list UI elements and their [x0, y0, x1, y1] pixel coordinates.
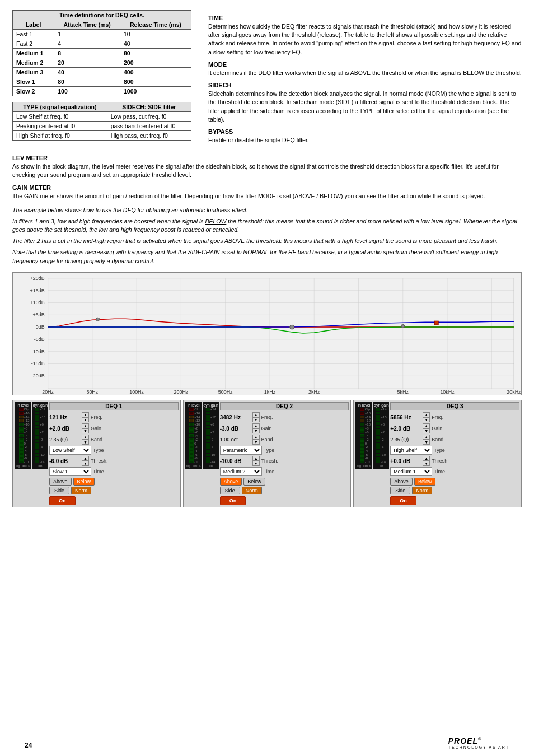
- freq-up-2[interactable]: ▲: [252, 412, 260, 417]
- thresh-spinner-1[interactable]: ▲ ▼: [82, 456, 89, 466]
- norm-btn-3[interactable]: Norm: [412, 487, 432, 494]
- on-btn-1[interactable]: On: [49, 496, 76, 505]
- freq-row-3: 5856 Hz ▲ ▼ Freq.: [390, 412, 519, 422]
- freq-value-2: 3482 Hz: [220, 414, 251, 421]
- freq-spinner-3[interactable]: ▲ ▼: [423, 412, 430, 422]
- thresh-down-2[interactable]: ▼: [252, 461, 260, 466]
- freq-down-2[interactable]: ▼: [252, 417, 260, 422]
- table-row: Fast 1110: [13, 30, 191, 39]
- below-btn-1[interactable]: Below: [73, 478, 95, 486]
- freq-down-1[interactable]: ▼: [82, 417, 89, 422]
- above-btn-1[interactable]: Above: [49, 478, 72, 486]
- svg-point-44: [96, 318, 100, 321]
- side-btn-row-1: Side Norm: [49, 487, 179, 494]
- logo: PROEL® TECHNOLOGY AS ART: [448, 736, 509, 749]
- q-spinner-2[interactable]: ▲ ▼: [252, 435, 260, 445]
- time-select-2[interactable]: Medium 2: [220, 467, 262, 476]
- above-btn-2[interactable]: Above: [220, 478, 242, 486]
- thresh-spinner-3[interactable]: ▲ ▼: [423, 456, 430, 466]
- svg-text:-10dB: -10dB: [31, 349, 45, 354]
- thresh-up-2[interactable]: ▲: [252, 456, 260, 461]
- thresh-up-1[interactable]: ▲: [82, 456, 89, 461]
- thresh-value-2: -10.0 dB: [220, 458, 251, 464]
- below-btn-2[interactable]: Below: [243, 478, 265, 486]
- freq-label-3: Freq.: [432, 414, 443, 420]
- type-label-2: Type: [264, 447, 275, 453]
- col-label: Label: [13, 20, 54, 30]
- q-down-1[interactable]: ▼: [82, 440, 89, 445]
- thresh-down-3[interactable]: ▼: [423, 461, 430, 466]
- gain-meter-body: The GAIN meter shows the amount of gain …: [12, 192, 522, 200]
- left-column: Time definitions for DEQ cells. Label At…: [12, 10, 197, 148]
- time-select-1[interactable]: Slow 1: [49, 467, 91, 476]
- gain-spinner-2[interactable]: ▲ ▼: [252, 423, 260, 433]
- gain-value-3: +2.0 dB: [390, 426, 421, 432]
- example-line-3: The filter 2 has a cut in the mid-high r…: [12, 237, 522, 246]
- below-btn-3[interactable]: Below: [414, 478, 436, 486]
- vu-meter-3: in level Clp +16 +14 +12 +10 +8 +6 +4 +2…: [355, 402, 372, 469]
- type-select-1[interactable]: Low Shelf: [49, 446, 91, 455]
- thresh-down-1[interactable]: ▼: [82, 461, 89, 466]
- type-row-2: Parametric Type: [220, 446, 349, 455]
- svg-text:100Hz: 100Hz: [129, 389, 144, 395]
- gain-label-2: Gain: [261, 426, 272, 431]
- on-btn-2[interactable]: On: [220, 496, 246, 505]
- gain-down-1[interactable]: ▼: [82, 428, 89, 433]
- freq-up-1[interactable]: ▲: [82, 412, 89, 417]
- gain-down-3[interactable]: ▼: [423, 428, 430, 433]
- deq-title-3: DEQ 3: [390, 402, 519, 410]
- dyn-gain-2: dyn.gain +14+10+6+2-2-6-10-14 dB: [203, 402, 219, 469]
- gain-row-3: +2.0 dB ▲ ▼ Gain: [390, 423, 519, 433]
- q-down-2[interactable]: ▼: [252, 440, 260, 445]
- q-spinner-1[interactable]: ▲ ▼: [82, 435, 89, 445]
- q-up-3[interactable]: ▲: [423, 435, 430, 440]
- q-up-2[interactable]: ▲: [252, 435, 260, 440]
- thresh-value-1: -6.0 dB: [49, 458, 80, 464]
- gain-label-3: Gain: [432, 426, 442, 431]
- freq-spinner-1[interactable]: ▲ ▼: [82, 412, 89, 422]
- mode-title: MODE: [208, 61, 522, 68]
- gain-spinner-1[interactable]: ▲ ▼: [82, 423, 89, 433]
- time-body: Determines how quickly the DEQ filter re…: [208, 22, 522, 57]
- time-select-3[interactable]: Medium 1: [390, 467, 432, 476]
- vu-meter-2: in level Clp +16 +14 +12 +10 +8 +6 +4 +2…: [185, 402, 202, 469]
- gain-spinner-3[interactable]: ▲ ▼: [423, 423, 430, 433]
- freq-row-2: 3482 Hz ▲ ▼ Freq.: [220, 412, 349, 422]
- q-spinner-3[interactable]: ▲ ▼: [423, 435, 430, 445]
- svg-text:+10dB: +10dB: [30, 300, 45, 306]
- time-row-2: Medium 2 Time: [220, 467, 349, 476]
- svg-text:20kHz: 20kHz: [507, 389, 521, 395]
- type-col-header: TYPE (signal equalization): [13, 102, 107, 112]
- gain-up-1[interactable]: ▲: [82, 423, 89, 428]
- gain-up-3[interactable]: ▲: [423, 423, 430, 428]
- q-row-1: 2.35 (Q) ▲ ▼ Band: [49, 435, 179, 445]
- type-select-2[interactable]: Parametric: [220, 446, 262, 455]
- gain-down-2[interactable]: ▼: [252, 428, 260, 433]
- svg-text:200Hz: 200Hz: [174, 389, 189, 395]
- q-down-3[interactable]: ▼: [423, 440, 430, 445]
- controls-1: DEQ 1 121 Hz ▲ ▼ Freq. +2.0 dB ▲ ▼ Gain: [49, 402, 179, 505]
- q-up-1[interactable]: ▲: [82, 435, 89, 440]
- norm-btn-1[interactable]: Norm: [71, 487, 91, 494]
- gain-up-2[interactable]: ▲: [252, 423, 260, 428]
- thresh-up-3[interactable]: ▲: [423, 456, 430, 461]
- freq-spinner-2[interactable]: ▲ ▼: [252, 412, 260, 422]
- side-btn-1[interactable]: Side: [49, 487, 69, 494]
- type-select-3[interactable]: High Shelf: [390, 446, 432, 455]
- side-btn-3[interactable]: Side: [390, 487, 410, 494]
- col-release: Release Time (ms): [120, 20, 191, 30]
- time-label-3: Time: [434, 469, 445, 474]
- type-label-3: Type: [434, 447, 445, 453]
- norm-btn-2[interactable]: Norm: [242, 487, 262, 494]
- freq-up-3[interactable]: ▲: [423, 412, 430, 417]
- gain-row-2: -3.0 dB ▲ ▼ Gain: [220, 423, 349, 433]
- thresh-row-2: -10.0 dB ▲ ▼ Thresh.: [220, 456, 349, 466]
- svg-point-42: [290, 325, 294, 329]
- side-btn-2[interactable]: Side: [220, 487, 240, 494]
- above-btn-3[interactable]: Above: [390, 478, 413, 486]
- thresh-spinner-2[interactable]: ▲ ▼: [252, 456, 260, 466]
- freq-down-3[interactable]: ▼: [423, 417, 430, 422]
- q-value-3: 2.35 (Q): [390, 437, 421, 442]
- on-btn-3[interactable]: On: [390, 496, 416, 505]
- gain-label-1: Gain: [91, 426, 101, 431]
